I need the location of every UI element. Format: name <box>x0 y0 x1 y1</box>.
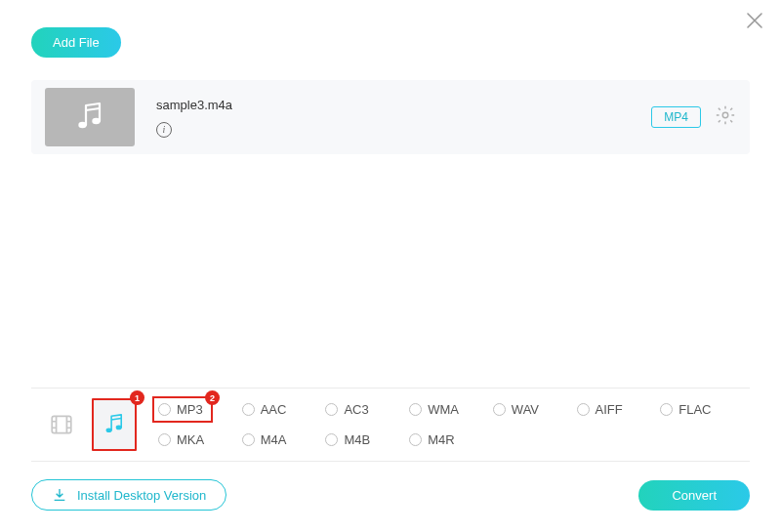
format-label: M4B <box>344 432 370 447</box>
format-option-flac[interactable]: FLAC <box>658 398 742 421</box>
svg-rect-3 <box>52 416 71 432</box>
format-option-wav[interactable]: WAV <box>491 398 575 421</box>
svg-point-2 <box>722 112 728 118</box>
format-label: AC3 <box>344 402 368 417</box>
radio-icon <box>493 403 506 416</box>
video-icon <box>49 412 74 437</box>
format-label: MKA <box>177 432 204 447</box>
format-option-m4a[interactable]: M4A <box>240 429 324 451</box>
add-file-button[interactable]: Add File <box>31 27 121 58</box>
format-selector: 1 MP3 2 AAC AC3 WMA WAV AIFF FLAC MKA M4… <box>31 388 750 462</box>
callout-badge-1: 1 <box>130 390 144 405</box>
file-thumbnail <box>45 88 135 146</box>
callout-badge-2: 2 <box>205 390 220 405</box>
file-row: sample3.m4a i MP4 <box>31 80 750 154</box>
format-label: M4A <box>261 432 287 447</box>
radio-icon <box>325 403 338 416</box>
output-format-chip[interactable]: MP4 <box>651 106 701 128</box>
radio-icon <box>242 433 255 446</box>
radio-icon <box>325 433 338 446</box>
format-option-m4r[interactable]: M4R <box>407 429 491 451</box>
radio-icon <box>242 403 255 416</box>
radio-icon <box>660 403 673 416</box>
format-label: MP3 <box>177 402 203 417</box>
format-label: WAV <box>512 402 539 417</box>
install-label: Install Desktop Version <box>77 488 206 503</box>
format-option-mka[interactable]: MKA <box>156 429 240 451</box>
close-icon[interactable] <box>746 12 763 33</box>
radio-icon <box>158 403 171 416</box>
divider <box>31 461 750 462</box>
format-label: AIFF <box>596 402 623 417</box>
download-icon <box>52 487 67 503</box>
format-option-wma[interactable]: WMA <box>407 398 491 421</box>
svg-point-5 <box>116 426 122 430</box>
info-icon[interactable]: i <box>156 122 172 138</box>
format-label: AAC <box>261 402 287 417</box>
convert-button[interactable]: Convert <box>638 480 750 511</box>
category-video-button[interactable] <box>39 398 84 451</box>
gear-icon[interactable] <box>715 104 736 130</box>
svg-point-1 <box>92 118 100 124</box>
format-label: FLAC <box>678 402 711 417</box>
format-option-mp3[interactable]: MP3 2 <box>156 398 240 421</box>
format-option-m4b[interactable]: M4B <box>323 429 407 451</box>
format-option-ac3[interactable]: AC3 <box>323 398 407 421</box>
category-audio-button[interactable]: 1 <box>92 398 137 451</box>
svg-point-0 <box>78 122 86 128</box>
format-label: WMA <box>428 402 459 417</box>
radio-icon <box>577 403 590 416</box>
format-option-aiff[interactable]: AIFF <box>575 398 659 421</box>
radio-icon <box>409 403 422 416</box>
format-label: M4R <box>428 432 454 447</box>
format-option-aac[interactable]: AAC <box>240 398 324 421</box>
radio-icon <box>409 433 422 446</box>
music-note-icon <box>102 412 127 437</box>
footer-bar: Install Desktop Version Convert <box>31 479 750 511</box>
svg-point-4 <box>106 428 112 432</box>
music-note-icon <box>72 100 107 135</box>
file-name-label: sample3.m4a <box>156 98 232 112</box>
install-desktop-button[interactable]: Install Desktop Version <box>31 479 226 511</box>
radio-icon <box>158 433 171 446</box>
